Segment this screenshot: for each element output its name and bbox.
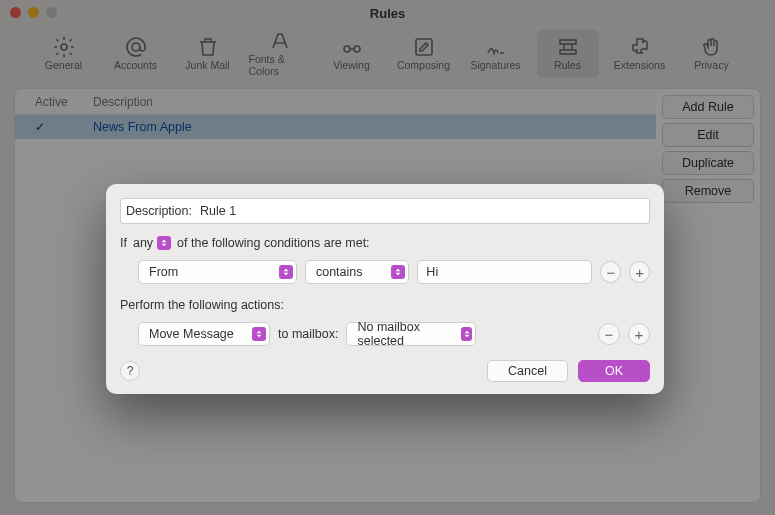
trash-icon xyxy=(196,38,220,56)
svg-rect-5 xyxy=(560,40,576,44)
tab-rules[interactable]: Rules xyxy=(537,30,599,78)
tab-label: Junk Mail xyxy=(185,59,229,71)
svg-rect-4 xyxy=(416,39,432,55)
zoom-window-button[interactable] xyxy=(46,7,57,18)
svg-rect-6 xyxy=(560,50,576,54)
puzzle-icon xyxy=(628,38,652,56)
description-row: Description: xyxy=(120,198,650,224)
tab-label: Viewing xyxy=(333,59,370,71)
tab-accounts[interactable]: Accounts xyxy=(105,30,167,78)
rules-icon xyxy=(556,38,580,56)
condition-value-input[interactable] xyxy=(417,260,592,284)
tab-fonts-colors[interactable]: Fonts & Colors xyxy=(249,30,311,78)
gear-icon xyxy=(52,38,76,56)
rules-side-buttons: Add Rule Edit Duplicate Remove xyxy=(656,89,760,502)
close-window-button[interactable] xyxy=(10,7,21,18)
add-condition-button[interactable]: + xyxy=(629,261,650,283)
action-verb-label: Move Message xyxy=(149,327,234,341)
tab-viewing[interactable]: Viewing xyxy=(321,30,383,78)
svg-point-3 xyxy=(354,46,360,52)
col-description-header[interactable]: Description xyxy=(93,95,656,109)
condition-operator-label: contains xyxy=(316,265,363,279)
duplicate-rule-button[interactable]: Duplicate xyxy=(662,151,754,175)
signature-icon xyxy=(484,38,508,56)
svg-point-2 xyxy=(344,46,350,52)
tab-label: Composing xyxy=(397,59,450,71)
tab-label: Privacy xyxy=(694,59,728,71)
tab-composing[interactable]: Composing xyxy=(393,30,455,78)
col-active-header[interactable]: Active xyxy=(35,95,93,109)
description-input[interactable] xyxy=(200,202,644,220)
remove-rule-button[interactable]: Remove xyxy=(662,179,754,203)
help-button[interactable]: ? xyxy=(120,361,140,381)
window-controls xyxy=(10,7,57,18)
titlebar: Rules xyxy=(0,0,775,26)
action-row: Move Message to mailbox: No mailbox sele… xyxy=(120,322,650,346)
compose-icon xyxy=(412,38,436,56)
tab-general[interactable]: General xyxy=(33,30,95,78)
tab-label: Extensions xyxy=(614,59,665,71)
any-all-label: any xyxy=(133,236,153,250)
tab-extensions[interactable]: Extensions xyxy=(609,30,671,78)
svg-point-0 xyxy=(61,44,67,50)
at-icon xyxy=(124,38,148,56)
condition-row: From contains − + xyxy=(120,260,650,284)
font-icon xyxy=(268,32,292,50)
actions-label: Perform the following actions: xyxy=(120,298,650,312)
window-title: Rules xyxy=(8,6,767,21)
tab-label: Accounts xyxy=(114,59,157,71)
chevron-updown-icon xyxy=(279,265,293,279)
chevron-updown-icon xyxy=(252,327,266,341)
tab-privacy[interactable]: Privacy xyxy=(681,30,743,78)
tab-label: General xyxy=(45,59,82,71)
tab-label: Signatures xyxy=(470,59,520,71)
table-row[interactable]: ✓ News From Apple xyxy=(15,115,656,139)
tab-signatures[interactable]: Signatures xyxy=(465,30,527,78)
remove-condition-button[interactable]: − xyxy=(600,261,621,283)
tab-label: Fonts & Colors xyxy=(249,53,311,77)
action-verb-popup[interactable]: Move Message xyxy=(138,322,270,346)
description-label: Description: xyxy=(126,204,192,218)
tab-label: Rules xyxy=(554,59,581,71)
mailbox-label: No mailbox selected xyxy=(357,320,452,348)
edit-rule-sheet: Description: If any of the following con… xyxy=(106,184,664,394)
add-action-button[interactable]: + xyxy=(628,323,650,345)
rules-list-header: Active Description xyxy=(15,89,656,115)
preferences-toolbar: General Accounts Junk Mail Fonts & Color… xyxy=(0,26,775,82)
any-all-popup[interactable]: any xyxy=(133,236,171,250)
remove-action-button[interactable]: − xyxy=(598,323,620,345)
cancel-button[interactable]: Cancel xyxy=(487,360,568,382)
chevron-updown-icon xyxy=(157,236,171,250)
chevron-updown-icon xyxy=(461,327,473,341)
ok-button[interactable]: OK xyxy=(578,360,650,382)
conditions-sentence: If any of the following conditions are m… xyxy=(120,236,650,250)
condition-field-label: From xyxy=(149,265,178,279)
mailbox-popup[interactable]: No mailbox selected xyxy=(346,322,476,346)
rule-description: News From Apple xyxy=(93,120,192,134)
rule-active-checkmark[interactable]: ✓ xyxy=(35,120,93,134)
chevron-updown-icon xyxy=(391,265,405,279)
edit-rule-button[interactable]: Edit xyxy=(662,123,754,147)
condition-operator-popup[interactable]: contains xyxy=(305,260,409,284)
if-text: If xyxy=(120,236,127,250)
to-mailbox-label: to mailbox: xyxy=(278,327,338,341)
add-rule-button[interactable]: Add Rule xyxy=(662,95,754,119)
svg-point-1 xyxy=(132,43,140,51)
tab-junk-mail[interactable]: Junk Mail xyxy=(177,30,239,78)
glasses-icon xyxy=(340,38,364,56)
sheet-footer: ? Cancel OK xyxy=(120,360,650,382)
conditions-suffix: of the following conditions are met: xyxy=(177,236,369,250)
condition-field-popup[interactable]: From xyxy=(138,260,297,284)
hand-icon xyxy=(700,38,724,56)
minimize-window-button[interactable] xyxy=(28,7,39,18)
